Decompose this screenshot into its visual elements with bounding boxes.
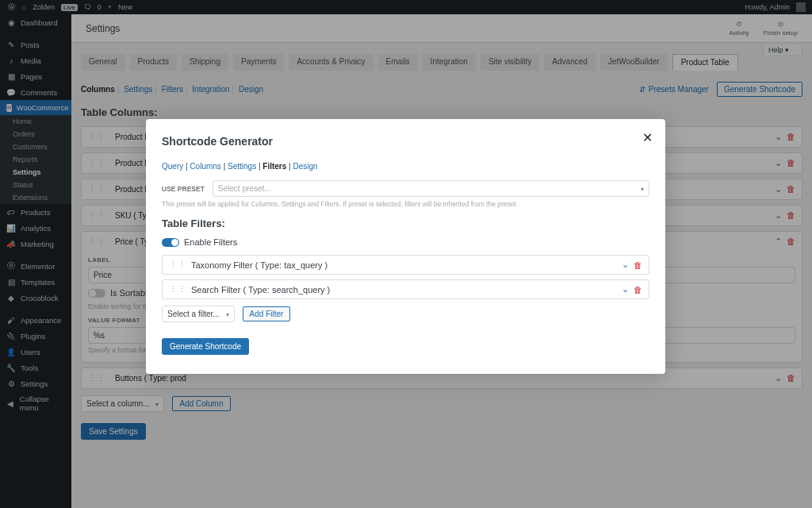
preset-select[interactable]: Select preset...▾: [213, 180, 649, 197]
enable-filters-label: Enable Filters: [184, 237, 237, 247]
mtab-query[interactable]: Query: [162, 162, 183, 171]
chevron-down-icon[interactable]: ⌄: [622, 284, 629, 294]
mtab-columns[interactable]: Columns: [190, 162, 220, 171]
modal-title: Shortcode Generator: [162, 135, 649, 148]
generate-shortcode-submit[interactable]: Generate Shortcode: [162, 338, 249, 355]
trash-icon[interactable]: 🗑: [634, 260, 642, 270]
enable-filters-toggle[interactable]: [162, 238, 179, 247]
filter-label: Search Filter ( Type: search_query ): [191, 285, 330, 294]
filter-label: Taxonomy Filter ( Type: tax_query ): [191, 260, 327, 270]
filter-item[interactable]: ⋮⋮Taxonomy Filter ( Type: tax_query ) ⌄🗑: [162, 255, 649, 275]
preset-hint: This preset will be applied for Columns,…: [162, 200, 649, 208]
mtab-settings[interactable]: Settings: [228, 162, 256, 171]
filters-section-title: Table Filters:: [162, 217, 649, 229]
chevron-down-icon: ▾: [226, 310, 229, 318]
chevron-down-icon[interactable]: ⌄: [622, 260, 629, 270]
trash-icon[interactable]: 🗑: [634, 285, 642, 294]
close-icon[interactable]: ✕: [642, 130, 653, 145]
mtab-filters[interactable]: Filters: [262, 162, 286, 171]
drag-handle-icon[interactable]: ⋮⋮: [169, 260, 186, 270]
filter-item[interactable]: ⋮⋮Search Filter ( Type: search_query ) ⌄…: [162, 279, 649, 299]
select-filter-dropdown[interactable]: Select a filter...▾: [162, 306, 235, 322]
modal-tabs: Query | Columns | Settings | Filters | D…: [162, 162, 649, 171]
add-filter-button[interactable]: Add Filter: [243, 306, 291, 321]
shortcode-generator-modal: ✕ Shortcode Generator Query | Columns | …: [146, 119, 665, 374]
mtab-design[interactable]: Design: [293, 162, 317, 171]
chevron-down-icon: ▾: [641, 185, 644, 192]
drag-handle-icon[interactable]: ⋮⋮: [169, 284, 186, 294]
use-preset-label: USE PRESET: [162, 185, 205, 193]
